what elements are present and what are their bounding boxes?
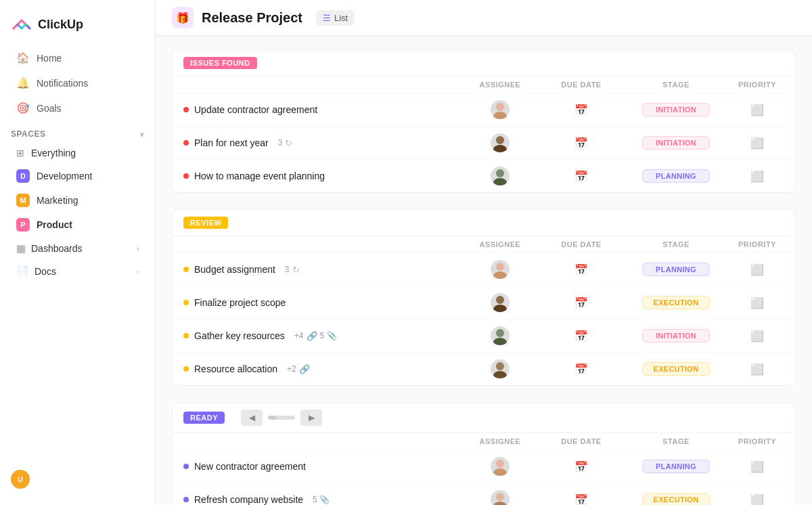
view-label: List: [334, 13, 348, 23]
col-due-1: DUE DATE: [541, 81, 622, 89]
progress-forward-btn[interactable]: ▶: [300, 410, 322, 426]
docs-icon: 📄: [16, 265, 29, 278]
col-priority-3: PRIORITY: [730, 437, 784, 445]
task-row[interactable]: Refresh company website 5 📎 📅 EXECUTION …: [173, 483, 795, 505]
sidebar-development-label: Development: [37, 171, 93, 181]
task-row[interactable]: Finalize project scope 📅 EXECUTION ⬜: [173, 286, 795, 320]
top-bar: 🎁 Release Project ☰ List: [156, 0, 812, 36]
task-row[interactable]: New contractor agreement 📅 PLANNING ⬜: [173, 450, 795, 483]
docs-chevron-icon: ›: [137, 268, 139, 276]
sidebar-item-development[interactable]: D Development: [5, 164, 150, 188]
sidebar-bottom: U: [0, 462, 155, 497]
task-row[interactable]: Gather key resources +4 🔗 5 📎 📅 INITIATI…: [173, 320, 795, 353]
svg-point-15: [493, 468, 507, 476]
page-title: Release Project: [202, 10, 302, 26]
task-name: Resource allocation: [194, 364, 277, 374]
meta-count: 3: [285, 265, 290, 274]
calendar-icon: 📅: [574, 460, 588, 473]
spaces-label: Spaces: [11, 129, 45, 139]
task-dot: [183, 464, 189, 469]
calendar-icon: 📅: [574, 137, 588, 150]
svg-point-7: [493, 271, 507, 279]
development-dot: D: [16, 169, 30, 183]
task-name: Update contractor agreement: [194, 104, 317, 115]
svg-point-0: [496, 103, 504, 111]
calendar-icon: 📅: [574, 297, 588, 309]
col-assignee-1: ASSIGNEE: [459, 81, 541, 89]
meta-plus: +4: [294, 331, 304, 341]
sidebar-item-home[interactable]: 🏠 Home: [5, 46, 150, 70]
group-issues-header: ISSUES FOUND: [173, 50, 795, 76]
stage-tag: INITIATION: [642, 329, 710, 343]
sidebar-product-label: Product: [37, 219, 72, 230]
app-name: ClickUp: [38, 18, 83, 32]
sidebar-item-goals[interactable]: 🎯 Goals: [5, 96, 150, 120]
meta-plus: +2: [287, 364, 296, 374]
svg-point-17: [493, 502, 507, 505]
clickup-logo-icon: [11, 14, 32, 35]
col-priority-2: PRIORITY: [730, 240, 784, 248]
svg-point-10: [496, 329, 504, 337]
priority-icon: ⬜: [750, 263, 764, 276]
sidebar-marketing-label: Marketing: [37, 195, 78, 206]
group-review: REVIEW ASSIGNEE DUE DATE STAGE PRIORITY …: [172, 209, 796, 386]
task-dot: [183, 173, 189, 179]
svg-point-6: [496, 263, 504, 271]
task-row[interactable]: Resource allocation +2 🔗 📅 EXECUTION ⬜: [173, 353, 795, 385]
sidebar-item-dashboards[interactable]: ▦ Dashboards ›: [5, 238, 150, 259]
sidebar-item-docs[interactable]: 📄 Docs ›: [5, 261, 150, 282]
content-area: ISSUES FOUND ASSIGNEE DUE DATE STAGE PRI…: [156, 36, 812, 505]
task-dot: [183, 497, 189, 502]
task-row[interactable]: How to manage event planning 📅 PLANNING …: [173, 160, 795, 192]
task-row[interactable]: Plan for next year 3 ↻ 📅 INITIATION ⬜: [173, 127, 795, 160]
ready-toolbar: ◀ ▶: [241, 410, 322, 426]
dashboards-chevron-icon: ›: [137, 245, 139, 252]
user-avatar[interactable]: U: [11, 470, 30, 489]
task-name: Refresh company website: [194, 494, 303, 505]
col-stage-3: STAGE: [622, 437, 730, 445]
task-row[interactable]: Budget assignment 3 ↻ 📅 PLANNING ⬜: [173, 253, 795, 286]
group-issues-found: ISSUES FOUND ASSIGNEE DUE DATE STAGE PRI…: [172, 49, 796, 193]
task-name: Finalize project scope: [194, 297, 286, 308]
marketing-dot: M: [16, 194, 30, 207]
progress-back-btn[interactable]: ◀: [241, 410, 263, 426]
col-task-name: [183, 81, 459, 89]
dashboards-icon: ▦: [16, 242, 26, 255]
svg-point-11: [493, 338, 507, 345]
svg-point-1: [493, 112, 507, 119]
meta-attachments: 5 📎: [313, 495, 330, 504]
view-badge[interactable]: ☰ List: [316, 10, 355, 26]
priority-icon: ⬜: [750, 493, 764, 506]
svg-point-13: [493, 371, 507, 378]
sidebar-item-product[interactable]: P Product: [5, 213, 150, 236]
ready-col-headers: ASSIGNEE DUE DATE STAGE PRIORITY: [173, 433, 795, 450]
logo-area: ClickUp: [0, 8, 155, 46]
notifications-icon: 🔔: [16, 76, 30, 89]
sidebar-goals-label: Goals: [37, 103, 62, 114]
svg-point-3: [493, 145, 507, 152]
stage-tag: PLANNING: [642, 169, 710, 183]
svg-point-5: [493, 178, 507, 185]
stage-tag: EXECUTION: [642, 296, 710, 309]
sidebar-item-marketing[interactable]: M Marketing: [5, 189, 150, 212]
group-ready: READY ◀ ▶ ASSIGNEE DUE DATE STAGE PRIORI…: [172, 402, 796, 505]
spaces-chevron-icon[interactable]: ∨: [139, 131, 145, 138]
stage-tag: EXECUTION: [642, 493, 710, 505]
priority-icon: ⬜: [750, 363, 764, 376]
calendar-icon: 📅: [574, 104, 588, 116]
issues-col-headers: ASSIGNEE DUE DATE STAGE PRIORITY: [173, 76, 795, 93]
svg-point-2: [496, 136, 504, 144]
task-name: How to manage event planning: [194, 171, 325, 181]
svg-point-16: [496, 493, 504, 501]
sidebar-item-notifications[interactable]: 🔔 Notifications: [5, 71, 150, 95]
sidebar-everything-label: Everything: [31, 148, 76, 158]
home-icon: 🏠: [16, 51, 30, 64]
task-dot: [183, 107, 189, 112]
stage-tag: EXECUTION: [642, 362, 710, 376]
calendar-icon: 📅: [574, 363, 588, 376]
stage-tag: PLANNING: [642, 263, 710, 276]
task-name: Plan for next year: [194, 137, 269, 148]
task-row[interactable]: Update contractor agreement 📅 INITIATION…: [173, 93, 795, 127]
sidebar-item-everything[interactable]: ⊞ Everything: [5, 143, 150, 163]
ready-badge: READY: [183, 412, 225, 424]
